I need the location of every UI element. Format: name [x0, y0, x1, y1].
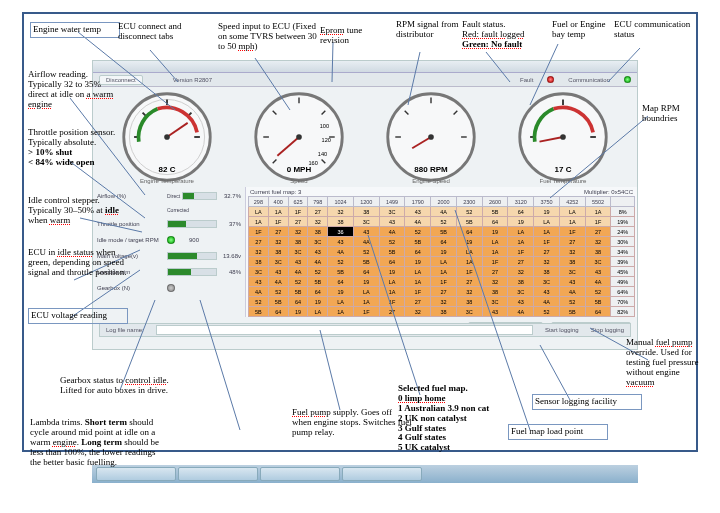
fm-cell[interactable]: LA [559, 207, 585, 217]
fm-cell[interactable]: 27 [268, 227, 288, 237]
fm-cell[interactable]: 38 [585, 247, 611, 257]
fm-cell[interactable]: 64 [268, 307, 288, 317]
fm-cell[interactable]: 1F [534, 237, 560, 247]
fm-cell[interactable]: 43 [308, 247, 328, 257]
taskbar-button[interactable] [342, 467, 422, 481]
fm-cell[interactable]: 3C [308, 237, 328, 247]
fm-cell[interactable]: 64 [288, 297, 308, 307]
log-file-input[interactable] [156, 325, 533, 335]
fm-cell[interactable]: 1F [431, 277, 457, 287]
fm-cell[interactable]: 1A [559, 217, 585, 227]
fm-cell[interactable]: 52 [249, 297, 269, 307]
fm-cell[interactable]: 3C [508, 287, 534, 297]
fm-cell[interactable]: 32 [249, 247, 269, 257]
fm-cell[interactable]: 38 [308, 227, 328, 237]
fm-cell[interactable]: 1A [508, 237, 534, 247]
fm-cell[interactable]: 1F [268, 217, 288, 227]
fm-cell[interactable]: 5B [328, 267, 354, 277]
fm-cell[interactable]: 38 [534, 267, 560, 277]
fm-cell[interactable]: 52 [308, 267, 328, 277]
fm-cell[interactable]: 4A [308, 257, 328, 267]
fm-cell[interactable]: 43 [585, 267, 611, 277]
fm-cell[interactable]: 32 [456, 287, 482, 297]
fm-cell[interactable]: 27 [288, 217, 308, 227]
fm-cell[interactable]: 1F [508, 247, 534, 257]
fm-cell[interactable]: LA [431, 257, 457, 267]
fm-cell[interactable]: LA [353, 287, 379, 297]
fm-cell[interactable]: LA [456, 247, 482, 257]
fm-cell[interactable]: 19 [456, 237, 482, 247]
fm-cell[interactable]: 64 [431, 237, 457, 247]
fm-cell[interactable]: 27 [585, 227, 611, 237]
fm-cell[interactable]: 64 [308, 287, 328, 297]
fm-cell[interactable]: 4A [249, 287, 269, 297]
fm-cell[interactable]: 3C [534, 277, 560, 287]
fm-cell[interactable]: 43 [328, 237, 354, 247]
fm-cell[interactable]: 43 [268, 267, 288, 277]
fm-cell[interactable]: 4A [353, 237, 379, 247]
fm-cell[interactable]: 19 [328, 287, 354, 297]
fm-cell[interactable]: 4A [328, 247, 354, 257]
fm-cell[interactable]: 32 [328, 207, 354, 217]
fm-cell[interactable]: 5B [482, 207, 508, 217]
fm-cell[interactable]: 52 [268, 287, 288, 297]
fm-cell[interactable]: 27 [508, 257, 534, 267]
fm-cell[interactable]: 1F [379, 297, 405, 307]
fm-cell[interactable]: 4A [508, 307, 534, 317]
fm-cell[interactable]: 32 [482, 277, 508, 287]
fm-cell[interactable]: 1F [249, 227, 269, 237]
fm-cell[interactable]: 32 [585, 237, 611, 247]
fm-cell[interactable]: 5B [431, 227, 457, 237]
fm-cell[interactable]: 27 [456, 277, 482, 287]
fm-cell[interactable]: 4A [379, 227, 405, 237]
fm-cell[interactable]: 27 [405, 297, 431, 307]
fm-cell[interactable]: 43 [288, 257, 308, 267]
fm-cell[interactable]: 32 [534, 257, 560, 267]
fm-cell[interactable]: 1A [268, 207, 288, 217]
fuel-map-table[interactable]: 2984006257981024120014991790200023002600… [248, 196, 635, 317]
direct-radio-label[interactable]: Direct [167, 193, 180, 199]
fm-cell[interactable]: 52 [353, 247, 379, 257]
fm-cell[interactable]: 5B [308, 277, 328, 287]
fm-cell[interactable]: 3C [288, 247, 308, 257]
fm-cell[interactable]: 1F [585, 217, 611, 227]
fm-cell[interactable]: 19 [405, 257, 431, 267]
fm-cell[interactable]: 64 [508, 207, 534, 217]
fm-cell[interactable]: 19 [288, 307, 308, 317]
fm-cell[interactable]: 5B [379, 247, 405, 257]
fm-cell[interactable]: 4A [288, 267, 308, 277]
fm-cell[interactable]: LA [508, 227, 534, 237]
fm-cell[interactable]: 52 [456, 207, 482, 217]
fm-cell[interactable]: 1F [456, 267, 482, 277]
fm-cell[interactable]: 27 [249, 237, 269, 247]
fm-cell[interactable]: 19 [308, 297, 328, 307]
fm-cell[interactable]: 27 [379, 307, 405, 317]
taskbar-button[interactable] [178, 467, 258, 481]
fm-cell[interactable]: 43 [508, 297, 534, 307]
fm-cell[interactable]: 3C [559, 267, 585, 277]
fm-cell[interactable]: 43 [405, 207, 431, 217]
fm-cell[interactable]: 1A [456, 257, 482, 267]
fm-cell[interactable]: 43 [249, 277, 269, 287]
fm-cell[interactable]: 1F [288, 207, 308, 217]
fm-cell[interactable]: 3C [456, 307, 482, 317]
fm-cell[interactable]: 4A [559, 287, 585, 297]
fm-cell[interactable]: 32 [405, 307, 431, 317]
fm-cell[interactable]: 52 [431, 217, 457, 227]
fm-cell[interactable]: 27 [308, 207, 328, 217]
fm-cell[interactable]: 1A [328, 307, 354, 317]
fm-cell[interactable]: 38 [559, 257, 585, 267]
fm-cell[interactable]: 3C [379, 207, 405, 217]
fm-cell[interactable]: 1F [353, 307, 379, 317]
fm-cell[interactable]: 38 [353, 207, 379, 217]
fm-cell[interactable]: 52 [379, 237, 405, 247]
fm-cell[interactable]: 32 [308, 217, 328, 227]
fm-cell[interactable]: 3C [268, 257, 288, 267]
fm-cell[interactable]: LA [534, 217, 560, 227]
fm-cell[interactable]: 5B [268, 297, 288, 307]
fm-cell[interactable]: 32 [508, 267, 534, 277]
start-logging-button[interactable]: Start logging [545, 327, 579, 333]
fm-cell[interactable]: 64 [328, 277, 354, 287]
fm-cell[interactable]: 38 [249, 257, 269, 267]
fm-cell[interactable]: 19 [508, 217, 534, 227]
